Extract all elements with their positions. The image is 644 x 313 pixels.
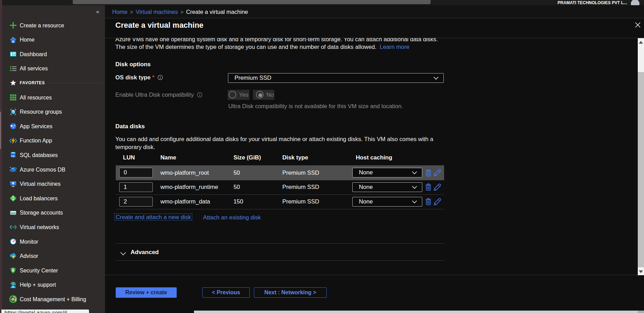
svg-text:$: $ <box>12 298 14 301</box>
svg-text:SQL: SQL <box>11 155 16 157</box>
